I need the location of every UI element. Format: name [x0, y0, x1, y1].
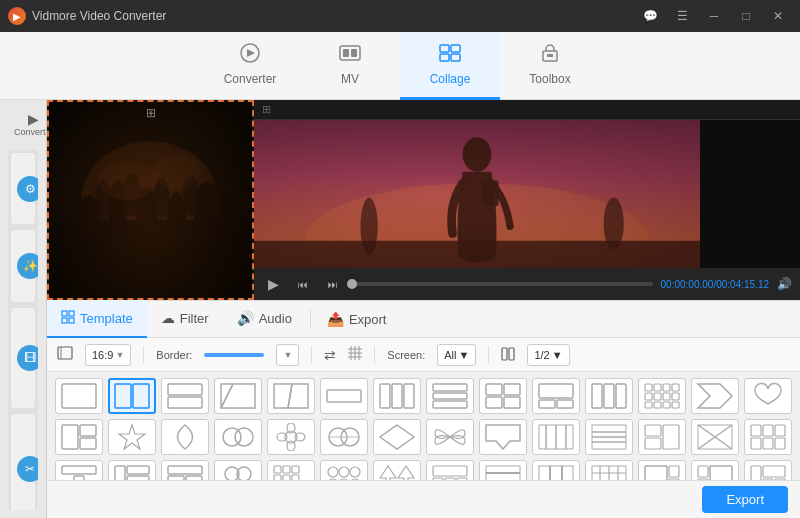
template-mixed[interactable]: [638, 419, 686, 455]
template-dots[interactable]: [320, 460, 368, 480]
template-t-bar[interactable]: [55, 460, 103, 480]
toolbox-item-compressor[interactable]: ⚙ Video Compressor Compress the size or …: [10, 152, 36, 225]
template-x-shape[interactable]: [691, 419, 739, 455]
template-arrow-d[interactable]: [479, 419, 527, 455]
template-corner[interactable]: [55, 419, 103, 455]
template-four-sq[interactable]: [479, 378, 527, 414]
border-color-select[interactable]: ▼: [276, 344, 299, 366]
template-split-h[interactable]: [161, 378, 209, 414]
svg-rect-81: [663, 393, 670, 400]
template-two-circles2[interactable]: [320, 419, 368, 455]
template-star[interactable]: [108, 419, 156, 455]
tab-filter[interactable]: ☁ Filter: [147, 300, 223, 338]
template-single[interactable]: [55, 378, 103, 414]
svg-rect-126: [115, 466, 125, 480]
template-grid4[interactable]: [638, 378, 686, 414]
left-tab-converter[interactable]: ▶ Converter: [8, 108, 47, 140]
template-three-h[interactable]: [426, 378, 474, 414]
template-mixed2[interactable]: [426, 460, 474, 480]
template-trap-l[interactable]: [214, 378, 262, 414]
svg-marker-87: [698, 384, 732, 408]
left-tab-converter-label: Converter: [14, 127, 47, 137]
svg-rect-8: [451, 54, 460, 61]
prev-frame-button[interactable]: ⏮: [292, 273, 314, 295]
toolbox-item-enhancer[interactable]: ✨ Video Enhancer Upscale SD video to HD …: [10, 229, 36, 302]
template-col-l[interactable]: [691, 460, 739, 480]
svg-rect-82: [672, 393, 679, 400]
template-mixed3[interactable]: [744, 460, 792, 480]
svg-rect-69: [539, 384, 573, 398]
template-arrows-f[interactable]: [373, 460, 421, 480]
template-two-one[interactable]: [532, 378, 580, 414]
template-h3[interactable]: [479, 460, 527, 480]
template-angled[interactable]: [267, 378, 315, 414]
nav-tab-toolbox[interactable]: Toolbox: [500, 32, 600, 100]
left-panel-tabs: ▶ Converter 🎬 MV ⊞ Collage: [8, 108, 38, 140]
tab-template[interactable]: Template: [47, 300, 147, 338]
nav-tab-mv[interactable]: MV: [300, 32, 400, 100]
swap-icon[interactable]: ⇄: [324, 347, 336, 363]
border-color-picker[interactable]: [204, 353, 264, 357]
nav-tab-collage[interactable]: Collage: [400, 32, 500, 100]
nav-tab-collage-label: Collage: [430, 72, 471, 86]
aspect-ratio-value: 16:9: [92, 349, 113, 361]
template-v-lines[interactable]: [532, 419, 580, 455]
tab-filter-label: Filter: [180, 311, 209, 326]
template-t-bar2[interactable]: [108, 460, 156, 480]
template-v3[interactable]: [532, 460, 580, 480]
toolbar-divider-3: [374, 346, 375, 364]
template-grid5[interactable]: [585, 460, 633, 480]
maximize-button[interactable]: □: [732, 6, 760, 26]
minimize-button[interactable]: ─: [700, 6, 728, 26]
tab-divider: [310, 309, 311, 329]
svg-point-22: [154, 177, 170, 218]
template-split-v[interactable]: [108, 378, 156, 414]
svg-rect-74: [616, 384, 626, 408]
chat-button[interactable]: 💬: [636, 6, 664, 26]
aspect-ratio-select[interactable]: 16:9 ▼: [85, 344, 131, 366]
svg-point-17: [167, 192, 187, 243]
template-diamond[interactable]: [373, 419, 421, 455]
play-button[interactable]: ▶: [262, 273, 284, 295]
template-arrow-r[interactable]: [691, 378, 739, 414]
nav-tab-converter[interactable]: Converter: [200, 32, 300, 100]
svg-rect-120: [775, 425, 785, 436]
template-three-wide[interactable]: [585, 378, 633, 414]
tab-export[interactable]: 📤 Export: [315, 305, 399, 333]
svg-rect-65: [486, 384, 502, 395]
template-puzzle[interactable]: [744, 419, 792, 455]
svg-rect-90: [80, 438, 96, 449]
template-three-v[interactable]: [373, 378, 421, 414]
menu-button[interactable]: ☰: [668, 6, 696, 26]
toolbox-item-gif[interactable]: 🎞 GIF Maker Quickly create HD video or p…: [10, 307, 36, 409]
left-video-canvas: [49, 102, 252, 298]
template-sq-grid[interactable]: [267, 460, 315, 480]
template-col-r[interactable]: [638, 460, 686, 480]
svg-rect-53: [168, 397, 202, 408]
screen-select[interactable]: All ▼: [437, 344, 476, 366]
template-t-bar3[interactable]: [161, 460, 209, 480]
volume-icon[interactable]: 🔊: [777, 277, 792, 291]
template-circles[interactable]: [214, 419, 262, 455]
toolbar-divider-1: [143, 346, 144, 364]
svg-rect-31: [481, 180, 498, 206]
template-leaf[interactable]: [161, 419, 209, 455]
close-button[interactable]: ✕: [764, 6, 792, 26]
template-flower[interactable]: [267, 419, 315, 455]
template-two-circles3[interactable]: [214, 460, 262, 480]
next-frame-button[interactable]: ⏭: [322, 273, 344, 295]
video-edit-area: ⊞: [47, 100, 800, 300]
svg-rect-114: [645, 438, 661, 449]
toolbox-item-3d[interactable]: ✂ 3D Maker Add depth and style with amaz…: [10, 413, 36, 510]
export-button[interactable]: Export: [702, 486, 788, 513]
page-select[interactable]: 1/2 ▼: [527, 344, 569, 366]
toolbar: 16:9 ▼ Border: ▼ ⇄: [47, 338, 800, 372]
progress-bar[interactable]: [352, 282, 653, 286]
template-h-lines[interactable]: [585, 419, 633, 455]
template-butterfly[interactable]: [426, 419, 474, 455]
template-heart[interactable]: [744, 378, 792, 414]
template-wide[interactable]: [320, 378, 368, 414]
left-video-panel[interactable]: ⊞: [47, 100, 254, 300]
svg-point-24: [208, 182, 224, 217]
tab-audio[interactable]: 🔊 Audio: [223, 300, 306, 338]
